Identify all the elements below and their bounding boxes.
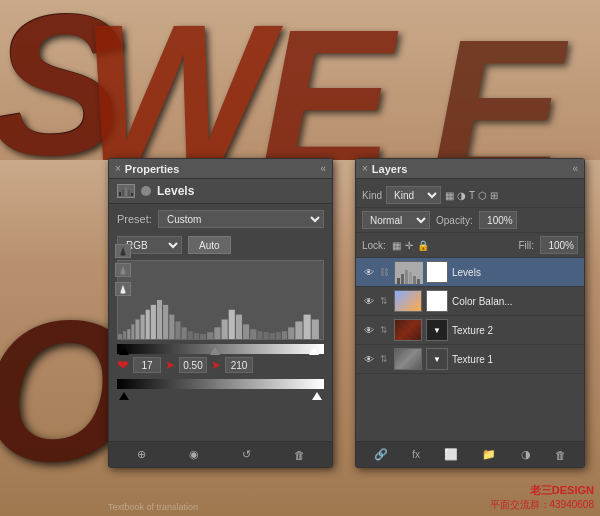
shadow-input[interactable]: [133, 357, 161, 373]
svg-rect-0: [119, 192, 121, 196]
svg-rect-28: [257, 331, 262, 339]
svg-rect-2: [125, 187, 127, 196]
svg-rect-6: [123, 331, 126, 339]
layers-titlebar: × Layers «: [356, 159, 584, 179]
fx-button[interactable]: fx: [412, 449, 420, 460]
svg-rect-20: [200, 334, 206, 339]
layers-title: Layers: [372, 163, 407, 175]
layer-eye-colorbal[interactable]: 👁: [362, 294, 376, 308]
layer-row-levels[interactable]: 👁 ⛓ Levels: [356, 258, 584, 287]
new-fill-layer-button[interactable]: ◑: [521, 448, 531, 461]
adjustment-filter-icon[interactable]: ◑: [457, 190, 466, 201]
add-mask-button[interactable]: ⊕: [137, 448, 146, 461]
layers-panel: × Layers « Kind Kind ▦ ◑ T ⬡ ⊞ Normal Mu…: [355, 158, 585, 468]
layer-row-texture1[interactable]: 👁 ⇅ ▼ Texture 1: [356, 345, 584, 374]
svg-rect-34: [295, 321, 302, 339]
canvas-background: S W E E: [0, 0, 600, 160]
highlight-input[interactable]: [225, 357, 253, 373]
svg-rect-3: [128, 190, 130, 196]
properties-collapse-button[interactable]: «: [320, 163, 326, 174]
type-filter-icon[interactable]: T: [469, 190, 475, 201]
black-point-eyedropper[interactable]: [115, 244, 131, 258]
layer-row-colorbal[interactable]: 👁 ⇅ Color Balan...: [356, 287, 584, 316]
shadow-eyedropper-icon[interactable]: ❤: [117, 357, 129, 373]
fill-input[interactable]: [540, 236, 578, 254]
lock-label: Lock:: [362, 240, 386, 251]
svg-rect-29: [264, 332, 269, 339]
kind-select[interactable]: Kind: [386, 186, 441, 204]
svg-rect-35: [304, 315, 311, 339]
new-group-button[interactable]: 📁: [482, 448, 496, 461]
svg-rect-38: [397, 278, 400, 284]
layers-collapse-button[interactable]: «: [572, 163, 578, 174]
svg-rect-17: [182, 327, 187, 339]
delete-button[interactable]: 🗑: [294, 449, 305, 461]
properties-body: Preset: Custom Default Darker RGB Red Gr…: [109, 204, 332, 408]
svg-rect-5: [118, 334, 122, 339]
layer-thumb-texture1: [394, 348, 422, 370]
preset-select[interactable]: Custom Default Darker: [158, 210, 324, 228]
lock-position-icon[interactable]: ✛: [405, 240, 413, 251]
lock-all-icon[interactable]: 🔒: [417, 240, 429, 251]
layer-eye-texture1[interactable]: 👁: [362, 352, 376, 366]
properties-close-button[interactable]: ×: [115, 163, 121, 174]
svg-rect-8: [131, 324, 134, 339]
reset-button[interactable]: ↺: [242, 448, 251, 461]
layer-mask-texture2: ▼: [426, 319, 448, 341]
highlight-slider[interactable]: [309, 347, 319, 355]
properties-panel: × Properties « Levels Preset: Custom Def…: [108, 158, 333, 468]
svg-rect-14: [163, 305, 168, 339]
input-slider-track[interactable]: [117, 344, 324, 354]
svg-rect-11: [146, 310, 150, 339]
output-shadow-slider[interactable]: [119, 392, 129, 400]
lock-pixels-icon[interactable]: ▦: [392, 240, 401, 251]
link-layers-button[interactable]: 🔗: [374, 448, 388, 461]
blend-mode-select[interactable]: Normal Multiply Screen: [362, 211, 430, 229]
layer-thumb-levels: [394, 261, 422, 283]
layer-eye-levels[interactable]: 👁: [362, 265, 376, 279]
midtone-input[interactable]: [179, 357, 207, 373]
layer-mask-levels: [426, 261, 448, 283]
letter-e1: E: [260, 0, 393, 160]
pixel-filter-icon[interactable]: ▦: [445, 190, 454, 201]
histogram-area: [117, 260, 324, 340]
svg-rect-7: [127, 329, 130, 339]
svg-rect-31: [276, 332, 281, 339]
layer-row-texture2[interactable]: 👁 ⇅ ▼ Texture 2: [356, 316, 584, 345]
svg-rect-43: [417, 279, 420, 284]
lock-icons-group: ▦ ✛ 🔒: [392, 240, 429, 251]
preview-button[interactable]: ◉: [189, 448, 199, 461]
layers-close-button[interactable]: ×: [362, 163, 368, 174]
opacity-label: Opacity:: [436, 215, 473, 226]
kind-filter-icons: ▦ ◑ T ⬡ ⊞: [445, 190, 498, 201]
smart-filter-icon[interactable]: ⊞: [490, 190, 498, 201]
layers-bottom-bar: 🔗 fx ⬜ 📁 ◑ 🗑: [356, 441, 584, 467]
svg-rect-25: [236, 315, 242, 339]
midtone-slider[interactable]: [210, 347, 220, 355]
add-mask-layers-button[interactable]: ⬜: [444, 448, 458, 461]
delete-layer-button[interactable]: 🗑: [555, 449, 566, 461]
layers-body: Kind Kind ▦ ◑ T ⬡ ⊞ Normal Multiply Scre…: [356, 179, 584, 378]
input-values-row: ❤ ➤ ➤: [117, 357, 324, 373]
layer-link-texture2: ⇅: [380, 325, 390, 335]
shadow-slider[interactable]: [119, 347, 129, 355]
properties-title: Properties: [125, 163, 179, 175]
layer-eye-texture2[interactable]: 👁: [362, 323, 376, 337]
levels-icon: [117, 184, 135, 198]
svg-rect-30: [270, 333, 275, 339]
svg-rect-23: [222, 320, 228, 340]
svg-rect-15: [169, 315, 174, 339]
white-point-eyedropper[interactable]: [115, 282, 131, 296]
output-highlight-slider[interactable]: [312, 392, 322, 400]
shape-filter-icon[interactable]: ⬡: [478, 190, 487, 201]
visibility-circle[interactable]: [141, 186, 151, 196]
svg-rect-24: [229, 310, 235, 339]
output-slider-handle-area: [117, 391, 324, 399]
output-slider-track[interactable]: [117, 379, 324, 389]
opacity-input[interactable]: [479, 211, 517, 229]
layer-adjust-icon: ⇅: [380, 296, 390, 306]
levels-title: Levels: [157, 184, 194, 198]
auto-button[interactable]: Auto: [188, 236, 231, 254]
titlebar-left: × Properties: [115, 163, 179, 175]
gray-point-eyedropper[interactable]: [115, 263, 131, 277]
